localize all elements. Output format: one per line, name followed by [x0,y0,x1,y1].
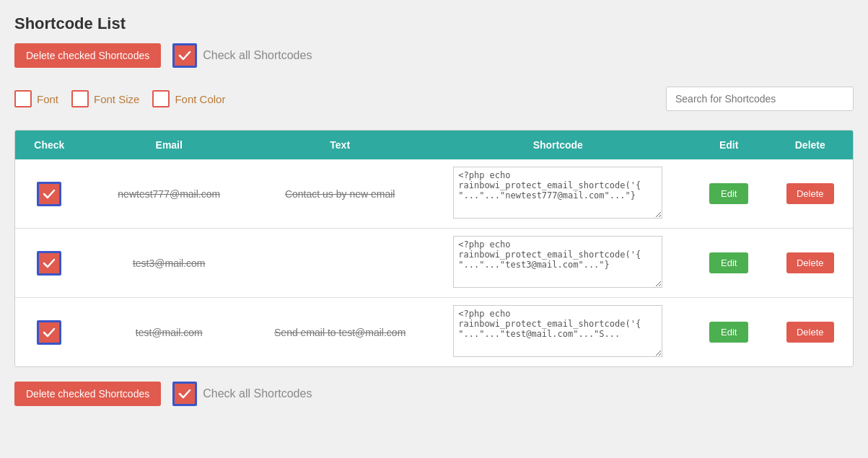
row1-email: newtest777@mail.com [84,159,255,229]
filter-font-color: Font Color [152,90,225,107]
table-body: newtest777@mail.com Contact us by new em… [15,159,853,366]
font-size-checkbox[interactable] [71,90,89,107]
row3-checkmark-icon [42,325,56,340]
row3-email: test@mail.com [84,298,255,367]
row2-checkbox[interactable] [37,251,61,276]
check-all-wrapper-top: Check all Shortcodes [172,43,312,68]
row1-checkmark-icon [42,187,56,201]
row2-delete-button[interactable]: Delete [786,252,834,273]
filter-font: Font [14,90,58,107]
row3-check-cell [15,298,84,367]
filter-row: Font Font Size Font Color [14,81,854,117]
row1-check-cell [15,159,84,229]
row2-shortcode: <?php echo rainbowi_protect_email_shortc… [426,229,691,298]
row1-checkbox[interactable] [37,182,61,206]
row2-check-cell [15,229,84,298]
row1-shortcode-textarea[interactable]: <?php echo rainbowi_protect_email_shortc… [453,167,662,219]
header-email: Email [84,131,255,159]
row2-checkmark-icon [42,256,56,270]
table-row: test@mail.com Send email to test@mail.co… [15,298,853,367]
filter-font-size: Font Size [71,90,139,107]
row2-edit-button[interactable]: Edit [709,252,748,273]
row2-email: test3@mail.com [84,229,255,298]
top-bar: Delete checked Shortcodes Check all Shor… [14,43,854,68]
row2-shortcode-textarea[interactable]: <?php echo rainbowi_protect_email_shortc… [453,236,662,288]
page-title: Shortcode List [14,14,854,33]
font-size-label: Font Size [94,93,139,105]
shortcode-table: Check Email Text Shortcode Edit Delete n… [15,131,853,366]
checkmark-icon-top [177,48,192,63]
font-color-label: Font Color [175,93,225,105]
row1-delete-button[interactable]: Delete [786,183,834,204]
table-row: test3@mail.com <?php echo rainbowi_prote… [15,229,853,298]
font-color-checkbox[interactable] [152,90,170,107]
check-all-checkbox-bottom[interactable] [172,382,197,406]
checkmark-icon-bottom [177,387,192,401]
row3-shortcode: <?php echo rainbowi_protect_email_shortc… [426,298,691,367]
header-shortcode: Shortcode [426,131,691,159]
row3-delete-button[interactable]: Delete [786,322,834,343]
header-edit: Edit [691,131,768,159]
header-delete: Delete [768,131,854,159]
bottom-bar: Delete checked Shortcodes Check all Shor… [14,382,854,406]
table-row: newtest777@mail.com Contact us by new em… [15,159,853,229]
row2-delete-cell: Delete [768,229,854,298]
row3-edit-cell: Edit [691,298,768,367]
header-check: Check [15,131,84,159]
font-label: Font [37,93,58,105]
check-all-label-bottom: Check all Shortcodes [203,387,312,400]
font-checkbox[interactable] [14,90,32,107]
check-all-wrapper-bottom: Check all Shortcodes [172,382,312,406]
search-wrapper [666,87,854,111]
check-all-checkbox-top[interactable] [172,43,197,68]
delete-checked-button-bottom[interactable]: Delete checked Shortcodes [14,382,161,406]
row1-shortcode: <?php echo rainbowi_protect_email_shortc… [426,159,691,229]
row3-shortcode-textarea[interactable]: <?php echo rainbowi_protect_email_shortc… [453,305,662,357]
delete-checked-button-top[interactable]: Delete checked Shortcodes [14,43,161,68]
header-text: Text [255,131,426,159]
row3-text: Send email to test@mail.com [255,298,426,367]
row3-edit-button[interactable]: Edit [709,322,748,343]
row1-text: Contact us by new email [255,159,426,229]
row1-edit-cell: Edit [691,159,768,229]
check-all-label-top: Check all Shortcodes [203,49,312,62]
row3-delete-cell: Delete [768,298,854,367]
table-header: Check Email Text Shortcode Edit Delete [15,131,853,159]
row2-text [255,229,426,298]
row3-checkbox[interactable] [37,320,61,345]
shortcode-table-wrap: Check Email Text Shortcode Edit Delete n… [14,130,854,367]
row1-delete-cell: Delete [768,159,854,229]
row2-edit-cell: Edit [691,229,768,298]
search-input[interactable] [666,87,854,111]
row1-edit-button[interactable]: Edit [709,183,748,204]
